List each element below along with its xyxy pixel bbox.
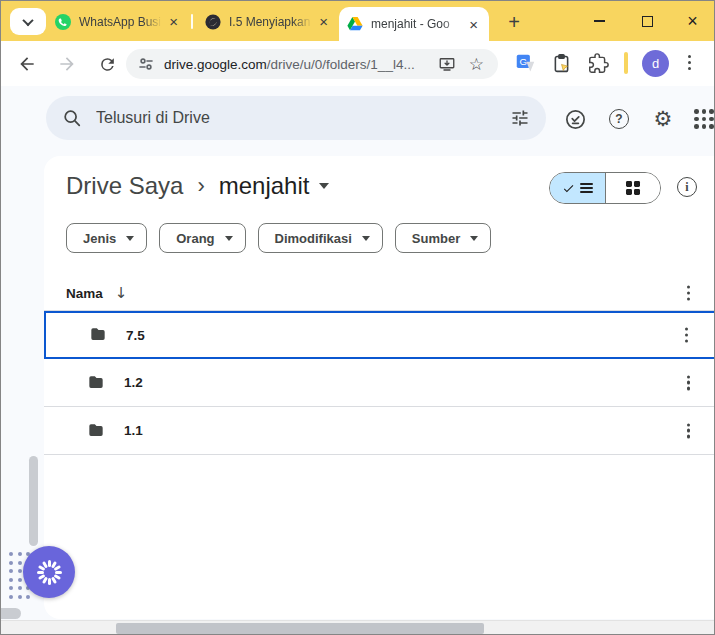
caret-down-icon	[362, 236, 370, 241]
reload-button[interactable]	[95, 52, 119, 76]
name-column-label: Nama	[66, 286, 103, 301]
breadcrumb-current-dropdown[interactable]: menjahit	[219, 172, 330, 200]
assistant-fab-button[interactable]	[23, 546, 75, 598]
sidebar-vertical-scrollbar-thumb[interactable]	[29, 456, 38, 546]
folder-icon	[86, 373, 106, 393]
list-icon	[580, 183, 593, 194]
horizontal-scrollbar-thumb[interactable]	[116, 623, 484, 634]
browser-toolbar: drive.google.com/drive/u/0/folders/1__l4…	[1, 41, 714, 86]
support-button[interactable]: ?	[607, 107, 631, 131]
clipboard-icon	[551, 53, 572, 74]
reload-icon	[98, 55, 117, 74]
whatsapp-icon	[55, 14, 71, 30]
chip-label: Sumber	[412, 231, 460, 246]
grid-view-button[interactable]	[606, 173, 661, 203]
search-icon	[62, 108, 82, 128]
filter-chip-source[interactable]: Sumber	[395, 223, 491, 253]
close-tab-icon[interactable]: ×	[166, 13, 181, 30]
folder-row[interactable]: 1.1	[44, 407, 715, 455]
folder-row[interactable]: 1.2	[44, 359, 715, 407]
theme-accent-separator	[624, 52, 628, 74]
breadcrumb: Drive Saya › menjahit	[66, 172, 329, 200]
filter-chip-modified[interactable]: Dimodifikasi	[258, 223, 383, 253]
sidebar-horizontal-scrollbar-thumb[interactable]	[1, 608, 21, 619]
filter-chip-type[interactable]: Jenis	[66, 223, 147, 253]
breadcrumb-separator-icon: ›	[197, 173, 204, 199]
extensions-menu-button[interactable]	[588, 53, 609, 74]
tab-whatsapp[interactable]: WhatsApp Busi ×	[47, 8, 189, 35]
folder-icon	[88, 325, 108, 345]
search-input[interactable]	[96, 109, 510, 127]
check-icon	[562, 182, 575, 195]
minimize-icon	[594, 20, 605, 22]
tab-search-button[interactable]	[10, 8, 46, 35]
drive-search-bar[interactable]	[46, 96, 546, 140]
close-tab-icon[interactable]: ×	[316, 13, 331, 30]
tab-title: menjahit - Goo	[371, 17, 462, 31]
row-menu-button[interactable]	[683, 419, 694, 442]
save-to-device-button[interactable]	[438, 55, 456, 73]
filter-chips: Jenis Orang Dimodifikasi Sumber	[66, 223, 491, 253]
caret-down-icon	[470, 236, 478, 241]
address-bar[interactable]: drive.google.com/drive/u/0/folders/1__l4…	[126, 49, 498, 79]
google-apps-button[interactable]	[692, 107, 715, 131]
settings-button[interactable]: ⚙	[651, 107, 675, 131]
back-icon	[17, 54, 37, 74]
translate-icon: G	[515, 53, 536, 74]
maximize-icon	[642, 16, 653, 27]
translate-extension-button[interactable]: G	[515, 53, 536, 74]
breadcrumb-root[interactable]: Drive Saya	[66, 172, 183, 200]
row-menu-button[interactable]	[683, 371, 694, 394]
svg-text:G: G	[520, 56, 527, 67]
folder-name: 1.2	[124, 375, 143, 390]
sort-by-name-button[interactable]: Nama ↓	[66, 284, 127, 302]
view-toggle	[549, 172, 661, 204]
list-options-button[interactable]	[683, 281, 694, 304]
advanced-search-icon[interactable]	[510, 108, 530, 128]
drive-content-panel: Drive Saya › menjahit i Jenis Orang	[44, 156, 715, 619]
puzzle-icon	[588, 53, 609, 74]
forward-icon	[57, 54, 77, 74]
url-domain: drive.google.com	[164, 57, 267, 72]
caret-down-icon	[225, 236, 233, 241]
site-settings-icon[interactable]	[138, 56, 154, 72]
folder-row-selected[interactable]: 7.5	[44, 311, 715, 359]
details-info-button[interactable]: i	[677, 177, 697, 197]
list-view-button[interactable]	[550, 173, 606, 203]
tab-separator	[191, 14, 193, 29]
close-window-button[interactable]: ×	[670, 1, 715, 41]
caret-down-icon	[319, 183, 329, 189]
chip-label: Jenis	[83, 231, 116, 246]
folder-name: 1.1	[124, 423, 143, 438]
filter-chip-people[interactable]: Orang	[159, 223, 245, 253]
help-icon: ?	[609, 109, 629, 129]
page-horizontal-scrollbar[interactable]	[1, 620, 714, 635]
google-drive-icon	[347, 16, 363, 32]
offline-status-button[interactable]	[563, 107, 587, 131]
close-tab-icon[interactable]: ×	[466, 16, 481, 33]
tab-title: WhatsApp Busi	[79, 15, 162, 29]
forward-button[interactable]	[55, 52, 79, 76]
tab-title: I.5 Menyiapkan	[229, 15, 312, 29]
gear-icon: ⚙	[654, 109, 673, 130]
sort-descending-icon: ↓	[115, 284, 128, 302]
minimize-button[interactable]	[577, 1, 622, 41]
browser-menu-button[interactable]	[684, 51, 695, 74]
tab-lms[interactable]: I.5 Menyiapkan ×	[197, 8, 339, 35]
grid-icon	[626, 181, 640, 195]
current-folder-name: menjahit	[219, 172, 310, 200]
url-text: drive.google.com/drive/u/0/folders/1__l4…	[164, 57, 425, 72]
url-path: /drive/u/0/folders/1__l4...	[267, 57, 415, 72]
save-to-device-icon	[438, 55, 456, 73]
tab-drive-active[interactable]: menjahit - Goo ×	[339, 7, 489, 41]
row-menu-button[interactable]	[681, 323, 692, 346]
bookmark-star-icon[interactable]: ☆	[469, 56, 484, 73]
apps-grid-icon	[694, 109, 714, 129]
profile-avatar[interactable]: d	[642, 50, 669, 77]
back-button[interactable]	[15, 52, 39, 76]
chip-label: Dimodifikasi	[275, 231, 352, 246]
clipboard-extension-button[interactable]	[551, 53, 572, 74]
tab-strip: WhatsApp Busi × I.5 Menyiapkan × menjahi…	[1, 1, 714, 41]
maximize-button[interactable]	[625, 1, 670, 41]
new-tab-button[interactable]: +	[501, 10, 527, 34]
